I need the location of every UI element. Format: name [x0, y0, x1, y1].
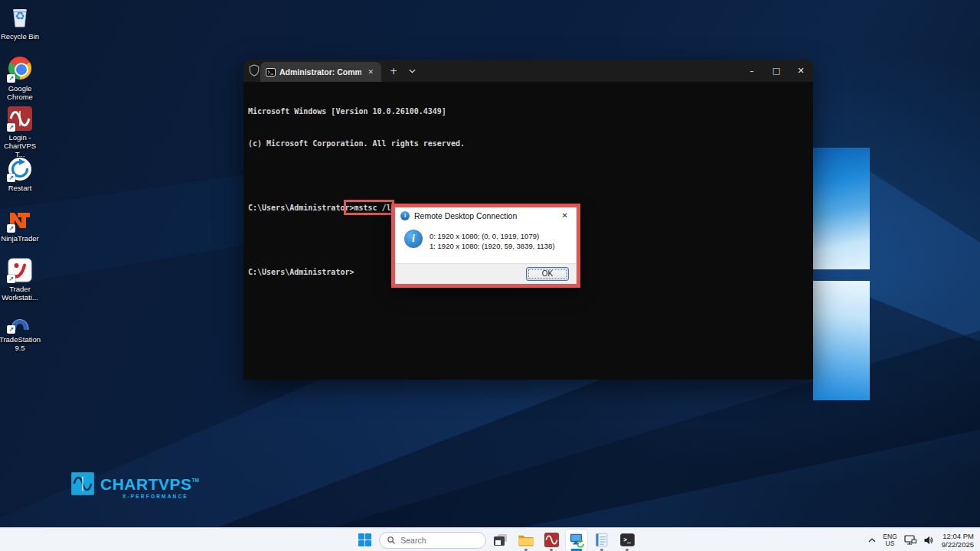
notepad-icon — [595, 533, 609, 547]
running-indicator — [626, 549, 629, 551]
desktop-icon-login-chartvps[interactable]: ↗ Login - ChartVPS T... — [0, 106, 41, 158]
network-tray-button[interactable] — [904, 535, 916, 545]
maximize-button[interactable]: □ — [764, 60, 789, 82]
terminal-blank-line — [248, 171, 808, 181]
monitor-info-line: 1: 1920 x 1080; (1920, 59, 3839, 1138) — [430, 241, 577, 251]
brand-text: CHARTVPS — [100, 475, 192, 493]
file-explorer-button[interactable] — [515, 530, 537, 551]
chartvps-logo-icon — [71, 472, 94, 495]
language-region: US — [883, 540, 897, 547]
cmd-icon — [266, 68, 276, 77]
info-icon: i — [400, 211, 410, 220]
ok-button[interactable]: OK — [526, 267, 569, 281]
dialog-close-button[interactable]: ✕ — [559, 210, 571, 220]
shortcut-arrow-icon: ↗ — [7, 174, 15, 182]
remote-desktop-icon — [569, 532, 585, 548]
search-input[interactable] — [400, 536, 478, 545]
chartvps-app-icon — [544, 533, 559, 547]
clock[interactable]: 12:04 PM 9/22/2025 — [942, 532, 974, 549]
remote-desktop-button[interactable] — [566, 530, 587, 551]
recycle-bin-icon: ♻ — [7, 5, 33, 31]
search-icon — [387, 536, 395, 545]
chartvps-app-button[interactable] — [541, 530, 562, 551]
running-indicator — [550, 549, 553, 551]
trademark-symbol: TM — [192, 478, 199, 483]
info-icon-large: i — [404, 230, 423, 248]
tradestation-icon: ↗ — [7, 308, 33, 334]
desktop-icon-label: NinjaTrader — [0, 234, 41, 243]
shortcut-arrow-icon: ↗ — [7, 224, 15, 233]
dialog-title: Remote Desktop Connection — [414, 211, 554, 220]
recycle-symbol: ♻ — [7, 9, 33, 23]
shortcut-arrow-icon: ↗ — [7, 275, 15, 283]
windows-logo-icon — [358, 533, 371, 546]
desktop-icon-label: Login - ChartVPS T... — [0, 133, 41, 158]
shortcut-arrow-icon: ↗ — [7, 123, 15, 132]
command-prompt-icon: >_ — [620, 533, 635, 546]
notepad-button[interactable] — [591, 530, 612, 551]
desktop-icon-recycle-bin[interactable]: ♻ Recycle Bin — [0, 5, 41, 41]
taskbar-search[interactable] — [379, 532, 486, 549]
rdp-monitors-dialog: i Remote Desktop Connection ✕ i 0: 1920 … — [391, 204, 580, 288]
running-indicator — [600, 549, 603, 551]
terminal-titlebar: Administrator: Command Pro ✕ + – □ ✕ — [243, 60, 813, 82]
desktop-icon-tradestation[interactable]: ↗ TradeStation 9.5 — [0, 308, 41, 352]
brand-tagline: X-PERFORMANCE — [100, 494, 199, 499]
dialog-footer: OK — [395, 263, 577, 284]
trader-workstation-icon: ↗ — [7, 257, 33, 283]
chrome-icon: ↗ — [7, 57, 33, 83]
admin-shield-icon — [249, 64, 260, 77]
shortcut-arrow-icon: ↗ — [7, 74, 15, 83]
active-indicator — [571, 549, 583, 551]
terminal-line: Microsoft Windows [Version 10.0.26100.43… — [248, 106, 808, 117]
tray-overflow-button[interactable] — [868, 538, 876, 543]
terminal-taskbar-button[interactable]: >_ — [616, 530, 638, 551]
chartvps-login-icon: ↗ — [7, 106, 33, 132]
ninjatrader-icon: ↗ — [7, 207, 33, 233]
volume-tray-button[interactable] — [923, 536, 935, 545]
task-view-icon — [494, 534, 508, 546]
taskbar: >_ ENG US — [0, 527, 980, 551]
highlighted-command: mstsc /l — [354, 204, 390, 212]
tray-date: 9/22/2025 — [942, 540, 974, 549]
tray-time: 12:04 PM — [942, 532, 974, 540]
desktop-icon-label: TradeStation 9.5 — [0, 335, 41, 352]
new-tab-button[interactable]: + — [386, 64, 401, 79]
chevron-down-icon — [409, 69, 416, 73]
desktop-icon-label: Trader Workstati... — [0, 285, 41, 302]
desktop-icon-ninjatrader[interactable]: ↗ NinjaTrader — [0, 207, 41, 243]
windows-logo-pane-top — [813, 148, 870, 269]
terminal-tab[interactable]: Administrator: Command Pro ✕ — [260, 62, 381, 82]
terminal-tab-title: Administrator: Command Pro — [279, 67, 361, 77]
windows-logo-pane-bottom — [813, 281, 870, 400]
desktop-icon-label: Restart — [0, 184, 41, 192]
command-text: mstsc /l — [354, 204, 390, 212]
terminal-prompt: C:\Users\Administrator> — [248, 204, 354, 212]
language-indicator[interactable]: ENG US — [883, 533, 897, 547]
desktop-icon-label: Google Chrome — [0, 84, 41, 101]
desktop-icon-label: Recycle Bin — [0, 32, 41, 41]
terminal-line: (c) Microsoft Corporation. All rights re… — [248, 139, 808, 149]
shortcut-arrow-icon: ↗ — [7, 325, 15, 334]
brand-name: CHARTVPSTM — [100, 472, 199, 493]
window-controls: – □ ✕ — [740, 60, 813, 82]
chevron-up-icon — [868, 538, 876, 543]
file-explorer-icon — [518, 533, 534, 547]
running-indicator — [524, 549, 528, 551]
minimize-button[interactable]: – — [740, 60, 764, 82]
desktop-icon-restart[interactable]: ↗ Restart — [0, 156, 41, 192]
start-button[interactable] — [354, 530, 375, 551]
tab-close-icon[interactable]: ✕ — [365, 67, 376, 77]
dialog-titlebar: i Remote Desktop Connection ✕ — [395, 207, 577, 223]
chartvps-watermark: CHARTVPSTM X-PERFORMANCE — [71, 472, 199, 499]
desktop-icon-trader-workstation[interactable]: ↗ Trader Workstati... — [0, 257, 41, 302]
desktop-icon-google-chrome[interactable]: ↗ Google Chrome — [0, 55, 41, 101]
close-button[interactable]: ✕ — [789, 60, 813, 82]
desktop-screen: ♻ Recycle Bin ↗ Google Chrome ↗ Login - … — [0, 0, 980, 551]
restart-icon: ↗ — [7, 156, 33, 182]
monitor-info-line: 0: 1920 x 1080; (0, 0, 1919, 1079) — [430, 231, 577, 241]
task-view-button[interactable] — [490, 530, 511, 551]
dialog-body: i 0: 1920 x 1080; (0, 0, 1919, 1079) 1: … — [395, 223, 577, 263]
speaker-icon — [923, 536, 935, 545]
tab-dropdown-button[interactable] — [404, 64, 420, 79]
